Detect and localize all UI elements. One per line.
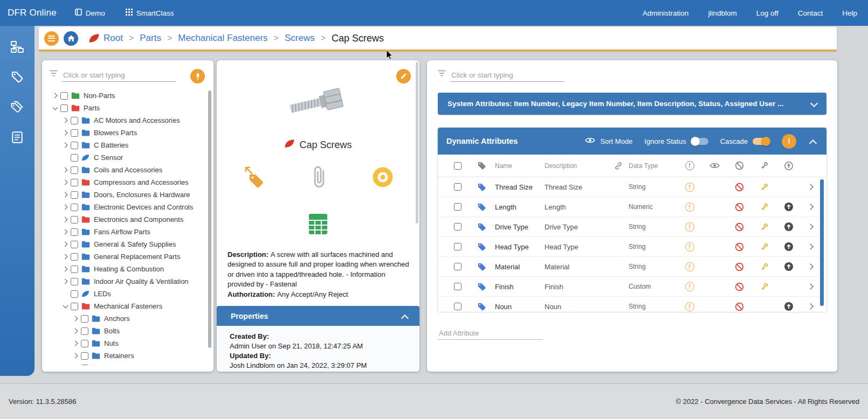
tree-item[interactable]: General Replacement Parts (50, 250, 207, 263)
tree-item-label[interactable]: Mechanical Fasteners (94, 302, 162, 310)
collapse-chevron-up-icon[interactable] (808, 136, 818, 146)
tree-item[interactable]: LEDs (50, 288, 207, 300)
row-expand-chevron[interactable] (801, 282, 821, 291)
tree-item-label[interactable]: Screws (104, 364, 127, 365)
tree-item-label[interactable]: General Replacement Parts (94, 253, 180, 261)
tree-item[interactable]: Indoor Air Quality & Ventilation (50, 275, 207, 288)
tag-icon[interactable] (8, 68, 27, 86)
chevron-right-icon[interactable] (61, 129, 70, 137)
attribute-row[interactable]: Thread SizeThread SizeString! (438, 177, 826, 197)
tree-item-label[interactable]: LEDs (94, 290, 111, 298)
tree-search-input[interactable] (62, 69, 176, 82)
tree-item[interactable]: Parts (50, 102, 207, 114)
tree-item-label[interactable]: Bolts (104, 327, 120, 335)
nav-administration[interactable]: Administration (643, 9, 689, 17)
attribute-row[interactable]: NounNounString! (438, 297, 826, 312)
chevron-down-icon[interactable] (51, 104, 59, 113)
tree-checkbox[interactable] (71, 278, 78, 285)
chevron-right-icon[interactable] (61, 191, 70, 199)
nav-user[interactable]: jlindblom (708, 9, 736, 17)
col-data-type[interactable]: Data Type (626, 162, 677, 170)
spreadsheet-icon[interactable] (306, 213, 330, 238)
col-name[interactable]: Name (493, 162, 542, 170)
row-checkbox[interactable] (454, 243, 461, 250)
app-brand[interactable]: DFR Online (0, 8, 75, 18)
tree-item-label[interactable]: Coils and Accessories (94, 166, 162, 174)
row-expand-chevron[interactable] (801, 202, 821, 211)
row-expand-chevron[interactable] (801, 222, 821, 231)
pin-button[interactable] (190, 69, 205, 83)
tree-item-label[interactable]: Fans Airflow Parts (94, 228, 150, 236)
tree-item-label[interactable]: Retainers (104, 352, 134, 360)
tree-item[interactable]: C Batteries (50, 139, 207, 151)
tree-item[interactable]: Non-Parts (50, 89, 207, 102)
attributes-scrollbar[interactable] (820, 179, 824, 306)
breadcrumb-root[interactable]: Root (104, 33, 123, 44)
hierarchy-icon[interactable] (8, 38, 27, 56)
disc-icon[interactable] (371, 166, 394, 188)
tree-checkbox[interactable] (60, 104, 68, 112)
tree-checkbox[interactable] (71, 303, 78, 310)
properties-header[interactable]: Properties (217, 306, 419, 326)
attribute-row[interactable]: Drive TypeDrive TypeString! (438, 217, 826, 237)
attribute-row[interactable]: Head TypeHead TypeString! (438, 237, 826, 257)
col-description[interactable]: Description (542, 162, 610, 170)
row-checkbox[interactable] (454, 203, 461, 211)
tree-checkbox[interactable] (71, 253, 78, 261)
sort-mode-button[interactable]: Sort Mode (585, 137, 632, 145)
tree-checkbox[interactable] (71, 204, 78, 211)
tree-checkbox[interactable] (71, 179, 78, 186)
nav-contact[interactable]: Contact (798, 9, 823, 17)
tree-checkbox[interactable] (71, 142, 78, 149)
tree-checkbox[interactable] (71, 191, 78, 199)
tree-item-label[interactable]: AC Motors and Accessories (94, 116, 180, 124)
tree-item[interactable]: Heating & Combustion (50, 263, 207, 275)
chevron-right-icon[interactable] (61, 178, 70, 187)
nav-smartclass[interactable]: SmartClass (126, 9, 174, 17)
chevron-right-icon[interactable] (61, 228, 70, 236)
nav-demo[interactable]: Demo (75, 9, 105, 17)
tree-item[interactable]: Electronic Devices and Controls (50, 201, 207, 213)
tree-item[interactable]: Nuts (50, 337, 207, 350)
tree-checkbox[interactable] (71, 154, 78, 162)
tree-checkbox[interactable] (81, 327, 88, 335)
expand-chevron-down-icon[interactable] (809, 99, 819, 108)
tree-item-label[interactable]: Electronics and Components (94, 215, 183, 224)
row-checkbox[interactable] (454, 283, 461, 290)
tags-icon[interactable] (8, 98, 27, 116)
tree-item-label[interactable]: Doors, Enclosures & Hardware (94, 191, 190, 199)
chevron-right-icon[interactable] (51, 92, 59, 100)
edit-button[interactable] (396, 69, 411, 83)
list-icon[interactable] (8, 128, 27, 146)
row-expand-chevron[interactable] (801, 183, 821, 191)
tree-checkbox[interactable] (60, 92, 68, 100)
tree-item-label[interactable]: Anchors (104, 315, 130, 323)
attachment-icon[interactable] (310, 165, 328, 190)
tree-item[interactable]: Anchors (50, 312, 207, 325)
chevron-right-icon[interactable] (61, 277, 70, 286)
tree-checkbox[interactable] (81, 340, 88, 347)
tree-item[interactable]: Doors, Enclosures & Hardware (50, 188, 207, 201)
tree-item[interactable]: Compressors and Accessories (50, 176, 207, 188)
breadcrumb-mechanical-fasteners[interactable]: Mechanical Fasteners (178, 33, 267, 44)
chevron-right-icon[interactable] (61, 265, 70, 274)
home-button[interactable] (64, 31, 78, 46)
tag-export-icon[interactable] (242, 166, 267, 188)
tree-item-label[interactable]: Electronic Devices and Controls (94, 203, 193, 211)
chevron-right-icon[interactable] (61, 166, 70, 174)
row-expand-chevron[interactable] (801, 302, 821, 311)
tree-item-label[interactable]: Nuts (104, 339, 119, 347)
tree-item[interactable]: Retainers (50, 350, 207, 362)
alert-button[interactable]: ! (782, 134, 796, 149)
ignore-status-toggle[interactable] (691, 138, 708, 145)
chevron-right-icon[interactable] (61, 203, 70, 212)
nav-help[interactable]: Help (842, 9, 857, 17)
cascade-toggle[interactable] (753, 138, 770, 145)
tree-item[interactable]: Fans Airflow Parts (50, 226, 207, 238)
attribute-row[interactable]: MaterialMaterialString! (438, 257, 826, 277)
row-checkbox[interactable] (454, 263, 461, 270)
menu-button[interactable] (44, 31, 59, 46)
attribute-row[interactable]: LengthLengthNumeric! (438, 197, 826, 217)
chevron-right-icon[interactable] (61, 240, 70, 249)
tree-item[interactable]: Coils and Accessories (50, 164, 207, 176)
